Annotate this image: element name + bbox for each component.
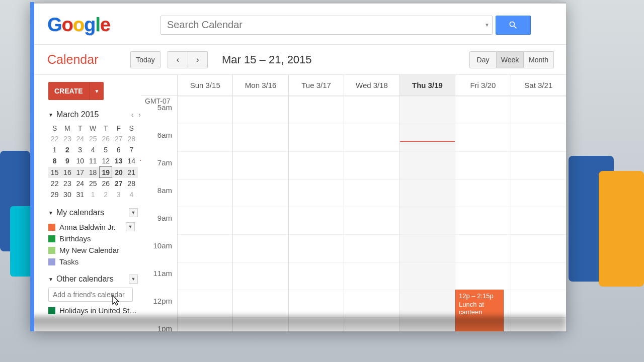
view-week-button[interactable]: Week [497, 51, 524, 68]
next-week-button[interactable]: › [188, 51, 208, 68]
calendar-item[interactable]: Tasks [48, 256, 141, 267]
calendar-item-menu-icon[interactable]: ▼ [126, 222, 135, 231]
day-header: Tue 3/17 [288, 75, 344, 96]
calendar-item[interactable]: Anna Baldwin Jr.▼ [48, 221, 141, 233]
calendar-name: Birthdays [59, 234, 91, 243]
create-dropdown-icon[interactable]: ▼ [90, 82, 104, 100]
my-calendars-label: My calendars [56, 208, 104, 217]
app-title: Calendar [47, 52, 130, 67]
mini-month-collapse-icon[interactable]: ▼ [48, 112, 53, 118]
calendar-color-swatch [48, 307, 55, 314]
search-icon [508, 20, 518, 30]
calendar-color-swatch [48, 258, 55, 265]
my-calendars-collapse-icon[interactable]: ▼ [48, 210, 53, 216]
hour-label: 5am [141, 103, 177, 131]
hour-label: 11am [141, 269, 177, 297]
hour-label: 7am [141, 158, 177, 186]
calendar-color-swatch [48, 224, 55, 231]
mini-calendar[interactable]: SMTWTFS 22232425262728 1234567 891011121… [48, 123, 141, 200]
calendar-item[interactable]: My New Calendar [48, 244, 141, 256]
day-column[interactable] [288, 96, 344, 331]
day-column[interactable] [177, 96, 232, 331]
calendar-name: Holidays in United St… [59, 306, 137, 315]
create-label: CREATE [48, 87, 89, 95]
day-column[interactable] [344, 96, 399, 331]
calendar-name: My New Calendar [59, 246, 119, 254]
hour-label: 10am [141, 241, 177, 269]
calendar-color-swatch [48, 247, 55, 254]
day-header: Fri 3/20 [455, 75, 510, 96]
day-header: Thu 3/19 [399, 75, 455, 96]
day-column[interactable] [511, 96, 566, 331]
other-calendars-menu-icon[interactable]: ▼ [129, 275, 138, 284]
view-month-button[interactable]: Month [524, 51, 554, 68]
event-time: 12p – 2:15p [459, 292, 500, 300]
current-time-indicator [400, 141, 455, 142]
google-logo: Google [47, 14, 110, 36]
calendar-item[interactable]: Birthdays [48, 233, 141, 244]
event-title: Lunch at canteen [459, 301, 500, 316]
hour-label: 8am [141, 186, 177, 214]
day-column[interactable] [232, 96, 288, 331]
mini-month-label: March 2015 [56, 110, 99, 119]
hour-label: 6am [141, 131, 177, 158]
view-day-button[interactable]: Day [469, 51, 497, 68]
my-calendars-menu-icon[interactable]: ▼ [129, 208, 138, 217]
prev-week-button[interactable]: ‹ [168, 51, 188, 68]
other-calendars-label: Other calendars [56, 275, 114, 284]
calendar-color-swatch [48, 235, 55, 242]
other-calendars-collapse-icon[interactable]: ▼ [48, 277, 53, 282]
hour-label: 1pm [141, 324, 177, 331]
mini-prev-button[interactable]: ‹ [131, 111, 134, 119]
day-column[interactable]: 12p – 2:15pLunch at canteen [455, 96, 510, 331]
hour-label: 12pm [141, 297, 177, 324]
day-header: Sat 3/21 [511, 75, 566, 96]
calendar-event[interactable]: 12p – 2:15pLunch at canteen [455, 290, 503, 331]
day-header: Sun 3/15 [177, 75, 232, 96]
date-range: Mar 15 – 21, 2015 [222, 53, 312, 66]
search-input[interactable] [161, 16, 482, 34]
calendar-name: Anna Baldwin Jr. [59, 223, 116, 231]
hour-label: 9am [141, 214, 177, 241]
day-header: Mon 3/16 [232, 75, 288, 96]
today-button[interactable]: Today [130, 51, 160, 68]
day-column[interactable] [399, 96, 455, 331]
calendar-name: Tasks [59, 257, 78, 266]
create-button[interactable]: CREATE ▼ [48, 82, 104, 100]
search-options-icon[interactable]: ▼ [482, 22, 492, 28]
calendar-item[interactable]: Holidays in United St… [48, 305, 141, 316]
add-friend-calendar-input[interactable] [48, 288, 133, 302]
search-bar[interactable]: ▼ [160, 16, 493, 35]
day-header: Wed 3/18 [344, 75, 399, 96]
search-button[interactable] [496, 16, 531, 35]
